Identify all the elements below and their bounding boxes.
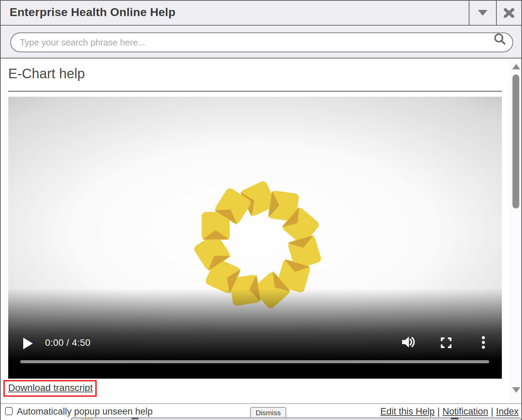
- cutoff-fragment: [132, 418, 138, 419]
- fullscreen-icon[interactable]: [441, 337, 452, 348]
- video-time-display: 0:00 / 4:50: [45, 338, 91, 348]
- footer-bar: Automatically popup unseen help Dismiss …: [1, 403, 521, 420]
- titlebar: Enterprise Health Online Help: [1, 1, 521, 26]
- link-separator: |: [435, 406, 442, 417]
- index-link[interactable]: Index: [496, 406, 519, 417]
- red-highlight-annotation: Download transcript: [3, 380, 97, 397]
- cutoff-fragment: [82, 418, 93, 419]
- auto-popup-label: Automatically popup unseen help: [17, 406, 153, 417]
- notification-link[interactable]: Notification: [442, 406, 488, 417]
- video-player[interactable]: 0:00 / 4:50: [8, 97, 502, 379]
- close-icon: [504, 8, 514, 18]
- play-icon[interactable]: [23, 338, 33, 349]
- vertical-scrollbar[interactable]: [510, 59, 521, 404]
- scrollbar-thumb[interactable]: [512, 74, 519, 208]
- search-bar: [1, 26, 521, 58]
- kebab-menu-icon[interactable]: [481, 336, 485, 349]
- download-transcript-link[interactable]: Download transcript: [8, 382, 93, 393]
- help-dialog-window: Enterprise Health Online Help E-Chart he…: [0, 0, 522, 420]
- heading-divider: [8, 91, 502, 92]
- edit-this-help-link[interactable]: Edit this Help: [380, 406, 435, 417]
- window-title: Enterprise Health Online Help: [10, 5, 176, 19]
- video-progress-bar[interactable]: [20, 360, 489, 363]
- close-button[interactable]: [496, 1, 521, 25]
- cutoff-fragment: [451, 418, 458, 419]
- help-content: E-Chart help 0:00 / 4:50: [1, 59, 521, 404]
- volume-icon[interactable]: [402, 336, 415, 348]
- footer-links: Edit this Help|Notification|Index: [380, 406, 519, 417]
- scroll-down-icon[interactable]: [512, 387, 520, 393]
- page-title: E-Chart help: [8, 66, 85, 81]
- dismiss-button[interactable]: Dismiss: [250, 407, 286, 418]
- minimize-button[interactable]: [469, 1, 496, 25]
- chevron-down-icon: [478, 10, 487, 16]
- scroll-up-icon[interactable]: [512, 64, 520, 69]
- search-icon[interactable]: [493, 32, 507, 46]
- link-separator: |: [488, 406, 496, 417]
- auto-popup-checkbox[interactable]: [5, 407, 13, 415]
- search-input[interactable]: [10, 32, 513, 52]
- spinner-logo: [192, 179, 325, 312]
